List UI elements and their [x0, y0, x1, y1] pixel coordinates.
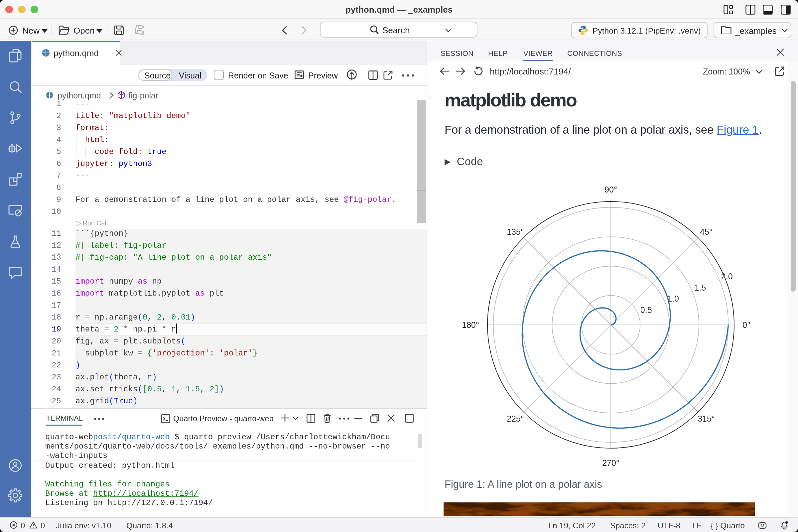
svg-text:270°: 270°	[602, 458, 620, 468]
svg-text:1.0: 1.0	[667, 294, 679, 303]
svg-text:0.5: 0.5	[640, 305, 652, 315]
svg-text:0°: 0°	[742, 320, 750, 329]
svg-text:90°: 90°	[605, 185, 617, 194]
svg-text:135°: 135°	[507, 227, 524, 236]
svg-text:1.5: 1.5	[694, 283, 706, 292]
svg-text:180°: 180°	[462, 320, 479, 329]
svg-text:45°: 45°	[700, 227, 712, 236]
svg-text:315°: 315°	[698, 414, 715, 423]
svg-text:225°: 225°	[507, 414, 524, 423]
svg-text:2.0: 2.0	[721, 272, 733, 281]
